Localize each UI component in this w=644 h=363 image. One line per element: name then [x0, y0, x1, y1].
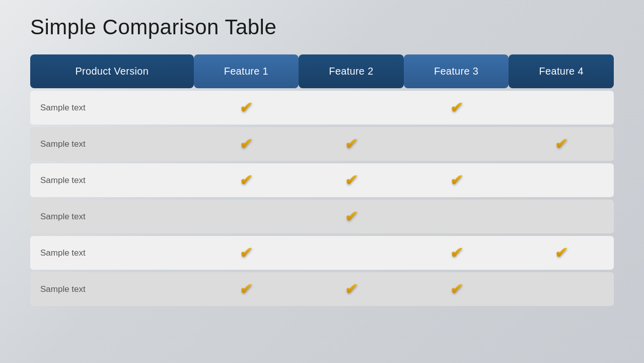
cell-f2: ✔	[299, 200, 404, 233]
cell-f2: ✔	[299, 127, 404, 161]
cell-f2	[299, 91, 404, 125]
header-f1: Feature 1	[194, 54, 299, 88]
checkmark-icon: ✔	[344, 135, 358, 153]
table-row: Sample text✔✔✔	[30, 127, 614, 161]
checkmark-icon: ✔	[344, 171, 358, 189]
cell-f4	[509, 163, 614, 197]
cell-f3: ✔	[404, 91, 509, 125]
row-label: Sample text	[30, 272, 194, 306]
cell-f2	[299, 236, 404, 270]
table-row: Sample text✔	[30, 200, 614, 233]
header-product: Product Version	[30, 54, 194, 88]
cell-f3	[404, 200, 509, 233]
cell-f4	[509, 91, 614, 125]
header-f2: Feature 2	[299, 54, 404, 88]
cell-f4: ✔	[509, 236, 614, 270]
checkmark-icon: ✔	[449, 99, 463, 116]
checkmark-icon: ✔	[449, 171, 463, 189]
row-label: Sample text	[30, 236, 194, 270]
checkmark-icon: ✔	[449, 280, 463, 298]
table-row: Sample text✔✔✔	[30, 272, 614, 306]
checkmark-icon: ✔	[239, 99, 253, 116]
checkmark-icon: ✔	[449, 244, 463, 262]
table-row: Sample text✔✔✔	[30, 236, 614, 270]
page-title: Simple Comparison Table	[30, 15, 614, 39]
header-row: Product Version Feature 1 Feature 2 Feat…	[30, 54, 614, 88]
checkmark-icon: ✔	[344, 280, 358, 298]
cell-f4: ✔	[509, 127, 614, 161]
row-label: Sample text	[30, 127, 194, 161]
row-label: Sample text	[30, 163, 194, 197]
cell-f1: ✔	[194, 236, 299, 270]
cell-f2: ✔	[299, 272, 404, 306]
cell-f1: ✔	[194, 163, 299, 197]
table-row: Sample text✔✔	[30, 91, 614, 125]
checkmark-icon: ✔	[239, 280, 253, 298]
cell-f3: ✔	[404, 236, 509, 270]
cell-f1: ✔	[194, 127, 299, 161]
cell-f4	[509, 272, 614, 306]
comparison-table: Product Version Feature 1 Feature 2 Feat…	[30, 54, 614, 306]
header-f4: Feature 4	[509, 54, 614, 88]
cell-f1	[194, 200, 299, 233]
checkmark-icon: ✔	[554, 244, 568, 262]
table-row: Sample text✔✔✔	[30, 163, 614, 197]
cell-f2: ✔	[299, 163, 404, 197]
cell-f1: ✔	[194, 272, 299, 306]
checkmark-icon: ✔	[239, 244, 253, 262]
cell-f4	[509, 200, 614, 233]
cell-f3: ✔	[404, 163, 509, 197]
checkmark-icon: ✔	[239, 135, 253, 153]
checkmark-icon: ✔	[344, 208, 358, 225]
checkmark-icon: ✔	[239, 171, 253, 189]
row-label: Sample text	[30, 91, 194, 125]
header-f3: Feature 3	[404, 54, 509, 88]
row-label: Sample text	[30, 200, 194, 233]
cell-f1: ✔	[194, 91, 299, 125]
cell-f3: ✔	[404, 272, 509, 306]
checkmark-icon: ✔	[554, 135, 568, 153]
cell-f3	[404, 127, 509, 161]
